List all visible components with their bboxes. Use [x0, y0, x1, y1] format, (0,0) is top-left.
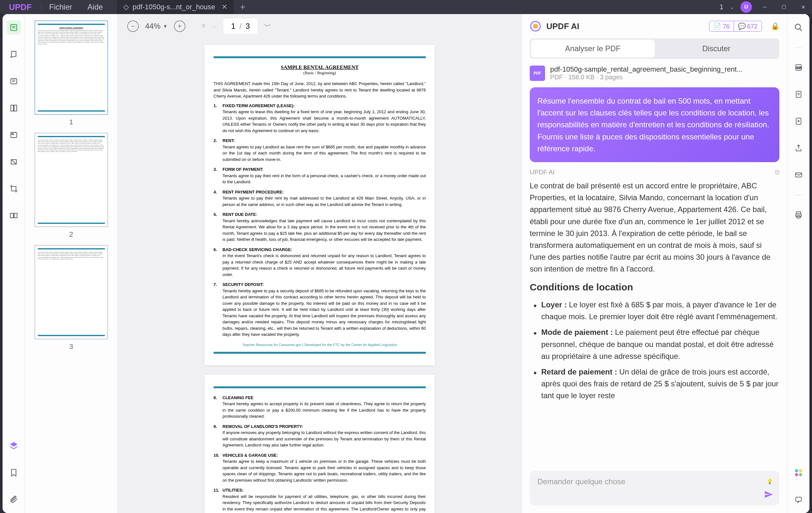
- compare-tool[interactable]: [7, 208, 21, 223]
- first-page-icon[interactable]: ⇈: [201, 23, 206, 29]
- crop-tool[interactable]: [7, 182, 21, 196]
- search-icon[interactable]: [791, 21, 806, 34]
- document-toolbar: − 44% ▼ + ⇈ ︿ 1 / 3 ﹀: [118, 14, 522, 38]
- ai-response-heading: Conditions de location: [530, 280, 779, 295]
- svg-rect-4: [10, 105, 13, 111]
- svg-line-15: [800, 29, 802, 31]
- ai-response-label: UPDF AI: [530, 169, 555, 176]
- ai-panel: UPDF AI 📄76 💬672 🔒 Analyser le PDF Discu…: [522, 14, 787, 513]
- document-icon: ◇: [123, 3, 129, 11]
- organize-tool[interactable]: [7, 101, 21, 115]
- ai-file-row: PDF pdf-1050g-sample_rental_agreement_ba…: [522, 65, 787, 87]
- save-as-icon[interactable]: [791, 114, 806, 128]
- doc-section: FIXED-TERM AGREEMENT (LEASE):Tenants agr…: [213, 103, 426, 134]
- tab-count: 1: [720, 3, 723, 11]
- ai-bullet: Loyer : Le loyer est fixé à 685 $ par mo…: [541, 299, 779, 322]
- thumbnail-number: 2: [34, 230, 108, 238]
- reader-tool[interactable]: [7, 21, 21, 34]
- doc-title: SAMPLE RENTAL AGREEMENT: [213, 65, 426, 70]
- left-toolbar: [3, 14, 25, 513]
- thumbnail[interactable]: Lorem ipsum dolor sit amet consectetur a…: [34, 133, 108, 238]
- comment-tool[interactable]: [7, 47, 21, 61]
- doc-section: RENT DUE DATE:Tenant hereby acknowledges…: [213, 211, 426, 243]
- document-page: 8.CLEANING FEETenant hereby agrees to ac…: [205, 375, 435, 513]
- svg-point-27: [799, 473, 802, 476]
- email-icon[interactable]: [791, 168, 806, 182]
- form-tool[interactable]: [7, 128, 21, 142]
- zoom-value[interactable]: 44% ▼: [145, 22, 168, 31]
- svg-rect-5: [14, 105, 17, 111]
- doc-subtitle: (Basic / Beginning): [213, 70, 426, 76]
- svg-rect-7: [12, 133, 13, 135]
- ai-input[interactable]: Demander quelque chose: [530, 471, 779, 505]
- menu-file[interactable]: Fichier: [49, 3, 72, 11]
- svg-point-13: [533, 24, 538, 29]
- close-button[interactable]: ✕: [796, 1, 809, 13]
- ai-title: UPDF AI: [546, 22, 579, 31]
- redact-tool[interactable]: [7, 155, 21, 169]
- svg-rect-18: [796, 91, 801, 97]
- close-tab-icon[interactable]: ✕: [222, 3, 227, 11]
- svg-rect-10: [10, 213, 13, 218]
- svg-rect-28: [796, 497, 801, 501]
- lightbulb-icon[interactable]: 💡: [766, 479, 773, 485]
- minimize-button[interactable]: ─: [758, 1, 771, 13]
- svg-text:OCR: OCR: [795, 66, 802, 69]
- zoom-in-button[interactable]: +: [174, 21, 185, 32]
- document-view: − 44% ▼ + ⇈ ︿ 1 / 3 ﹀ SAMPLE RENTAL AGRE…: [118, 14, 522, 513]
- thumbnail-number: 3: [34, 343, 108, 351]
- ocr-icon[interactable]: OCR: [791, 60, 806, 75]
- menu-help[interactable]: Aide: [88, 3, 103, 11]
- export-icon[interactable]: [791, 87, 806, 102]
- document-tab[interactable]: ◇ pdf-1050g-s...nt_or_house ✕: [117, 0, 234, 14]
- tab-chat[interactable]: Discuter: [655, 40, 778, 58]
- user-avatar[interactable]: U: [741, 1, 752, 13]
- app-logo[interactable]: UPDF: [9, 2, 32, 12]
- zoom-out-button[interactable]: −: [127, 21, 139, 32]
- chevron-down-icon[interactable]: ⌄: [730, 4, 734, 10]
- ai-logo-icon: [530, 21, 541, 32]
- layers-tool[interactable]: [7, 439, 21, 453]
- document-scroll[interactable]: SAMPLE RENTAL AGREEMENT (Basic / Beginni…: [118, 38, 522, 513]
- doc-section: RENT:Tenant agrees to pay Landlord as ba…: [213, 138, 426, 163]
- share-icon[interactable]: [791, 141, 806, 155]
- maximize-button[interactable]: ☐: [778, 1, 790, 13]
- edit-tool[interactable]: [7, 74, 21, 88]
- svg-line-9: [11, 160, 16, 164]
- copy-icon[interactable]: ⧉: [775, 169, 779, 176]
- doc-intro: THIS AGREEMENT made this 15th Day of Jun…: [213, 81, 426, 99]
- document-page: SAMPLE RENTAL AGREEMENT (Basic / Beginni…: [205, 45, 435, 365]
- prev-page-icon[interactable]: ︿: [212, 23, 217, 30]
- ai-bullet: Retard de paiement : Un délai de grâce d…: [541, 366, 779, 402]
- doc-section: BAD-CHECK SERVICING CHARGE:In the event …: [213, 247, 426, 278]
- doc-section: 10.VEHICLES & GARAGE USE:Tenants agree t…: [213, 452, 426, 484]
- thumbnail[interactable]: SAMPLE RENTAL AGREEMENT Lorem ipsum dolo…: [34, 21, 108, 126]
- ai-user-prompt: Résume l'ensemble du contrat de bail en …: [530, 87, 779, 162]
- doc-section: SECURITY DEPOSIT:Tenants hereby agree to…: [213, 281, 426, 338]
- next-page-icon[interactable]: ﹀: [264, 22, 271, 31]
- tab-title: pdf-1050g-s...nt_or_house: [133, 3, 215, 11]
- thumbnail-panel: SAMPLE RENTAL AGREEMENT Lorem ipsum dolo…: [25, 14, 118, 513]
- ai-credit-badges[interactable]: 📄76 💬672: [709, 21, 762, 32]
- thumbnail[interactable]: Lorem ipsum dolor sit amet consectetur a…: [34, 245, 108, 351]
- ai-response: Le contrat de bail présenté est un accor…: [522, 180, 787, 466]
- titlebar: UPDF Fichier Aide ◇ pdf-1050g-s...nt_or_…: [0, 0, 812, 14]
- attachment-tool[interactable]: [7, 492, 21, 507]
- right-toolbar: OCR: [787, 14, 809, 513]
- tab-analyze[interactable]: Analyser le PDF: [531, 40, 655, 58]
- new-tab-button[interactable]: +: [240, 2, 245, 12]
- bookmark-tool[interactable]: [7, 466, 21, 480]
- ai-icon[interactable]: [791, 466, 806, 480]
- send-button[interactable]: [764, 490, 773, 499]
- svg-rect-3: [10, 79, 17, 84]
- doc-section: 8.CLEANING FEETenant hereby agrees to ac…: [213, 395, 426, 420]
- lock-icon[interactable]: 🔒: [771, 22, 779, 30]
- file-meta: PDF · 158.0 KB · 3 pages: [550, 74, 779, 81]
- svg-point-14: [795, 24, 800, 29]
- svg-rect-11: [14, 213, 17, 218]
- ai-response-intro: Le contrat de bail présenté est un accor…: [530, 180, 779, 275]
- comment-side-icon[interactable]: [791, 492, 806, 507]
- doc-section: 11.UTILITIES:Resident will be responsibl…: [213, 487, 426, 513]
- page-input[interactable]: 1 / 3: [224, 19, 258, 34]
- print-icon[interactable]: [791, 208, 806, 222]
